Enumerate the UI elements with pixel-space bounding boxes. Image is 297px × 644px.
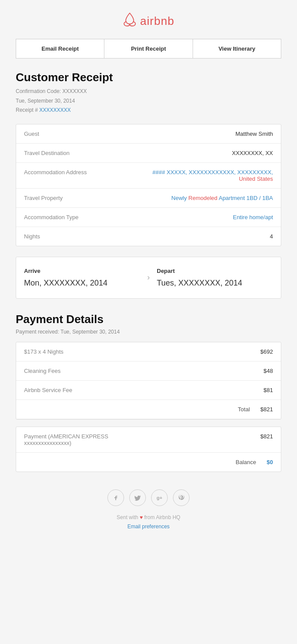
property-label: Travel Property [24,195,69,201]
property-value: Newly Remodeled Apartment 1BD / 1BA [171,195,273,201]
balance-amount: $0 [267,459,273,465]
payment-title: Payment Details [16,313,281,326]
address-value: #### XXXXX, XXXXXXXXXXXX, XXXXXXXXX, Uni… [152,169,273,182]
payment-row-cleaning: Cleaning Fees $48 [16,362,281,381]
guest-label: Guest [24,131,46,137]
table-row-address: Accommodation Address #### XXXXX, XXXXXX… [16,163,281,189]
twitter-icon[interactable] [129,489,146,506]
airbnb-logo: airbnb [123,12,174,30]
info-table: Guest Matthew Smith Travel Destination X… [16,124,281,246]
total-amount: $821 [260,406,273,413]
destination-label: Travel Destination [24,150,76,156]
pinterest-icon[interactable] [173,489,190,506]
destination-value: XXXXXXXX, XX [232,150,273,156]
heart-icon: ♥ [140,514,143,520]
table-row-destination: Travel Destination XXXXXXXX, XX [16,144,281,163]
header: airbnb [0,0,297,39]
balance-row: Balance $0 [16,453,281,472]
confirmation-label: Confirmation Code: [16,88,61,94]
guest-value: Matthew Smith [235,131,273,137]
page-wrapper: airbnb Email Receipt Print Receipt View … [0,0,297,558]
receipt-date: Tue, September 30, 2014 [16,96,281,106]
total-label: Total [238,406,250,413]
payment-row-service-fee: Airbnb Service Fee $81 [16,381,281,400]
social-icons: g+ [16,489,281,506]
service-fee-amount: $81 [263,387,273,393]
email-preferences-link[interactable]: Email preferences [16,522,281,532]
confirmation-code-line: Confirmation Code: XXXXXXX [16,87,281,96]
payment-method-amount: $821 [260,433,273,446]
dates-arrow-icon: › [140,273,157,282]
balance-label: Balance [236,459,256,465]
airbnb-logo-text: airbnb [140,14,174,28]
table-row-accommodation-type: Accommodation Type Entire home/apt [16,208,281,227]
balance-payment-row: Payment (AMERICAN EXPRESSxxxxxxxxxxxxxxx… [16,427,281,453]
airbnb-logo-icon [123,12,137,30]
table-row-guest: Guest Matthew Smith [16,124,281,144]
table-row-nights: Nights 4 [16,227,281,246]
arrive-block: Arrive Mon, XXXXXXXX, 2014 [24,268,140,288]
payment-row-nightly: $173 x 4 Nights $692 [16,342,281,362]
receipt-number-line: Receipt # XXXXXXXXX [16,106,281,115]
accommodation-type-value: Entire home/apt [233,214,273,220]
payment-received: Payment received: Tue, September 30, 201… [16,329,281,335]
payment-total-row: Total $821 [16,400,281,419]
accommodation-type-label: Accommodation Type [24,214,86,220]
cleaning-amount: $48 [263,368,273,374]
nights-label: Nights [24,233,47,240]
payment-table: $173 x 4 Nights $692 Cleaning Fees $48 A… [16,342,281,420]
nights-value: 4 [270,233,273,240]
nightly-amount: $692 [260,348,273,355]
email-receipt-button[interactable]: Email Receipt [16,39,104,58]
confirmation-code: XXXXXXX [62,88,87,94]
footer: g+ Sent with ♥ from Airbnb HQ Email pref… [16,489,281,541]
footer-text: Sent with ♥ from Airbnb HQ Email prefere… [16,513,281,532]
nav-buttons: Email Receipt Print Receipt View Itinera… [16,39,281,59]
arrive-value: Mon, XXXXXXXX, 2014 [24,279,140,288]
table-row-property: Travel Property Newly Remodeled Apartmen… [16,189,281,208]
service-fee-label: Airbnb Service Fee [24,387,73,393]
address-label: Accommodation Address [24,169,94,176]
payment-method-label: Payment (AMERICAN EXPRESSxxxxxxxxxxxxxxx… [24,433,108,446]
google-plus-icon[interactable]: g+ [151,489,168,506]
receipt-number-link[interactable]: XXXXXXXXX [39,107,71,113]
arrive-label: Arrive [24,268,140,274]
payment-section: Payment Details Payment received: Tue, S… [16,313,281,472]
dates-card: Arrive Mon, XXXXXXXX, 2014 › Depart Tues… [16,257,281,299]
facebook-icon[interactable] [107,489,124,506]
depart-value: Tues, XXXXXXXX, 2014 [157,279,273,288]
receipt-meta: Confirmation Code: XXXXXXX Tue, Septembe… [16,87,281,115]
depart-block: Depart Tues, XXXXXXXX, 2014 [157,268,273,288]
depart-label: Depart [157,268,273,274]
print-receipt-button[interactable]: Print Receipt [104,39,193,58]
nightly-label: $173 x 4 Nights [24,348,63,355]
view-itinerary-button[interactable]: View Itinerary [193,39,281,58]
balance-table: Payment (AMERICAN EXPRESSxxxxxxxxxxxxxxx… [16,427,281,472]
cleaning-label: Cleaning Fees [24,368,61,374]
receipt-title: Customer Receipt [16,71,281,84]
receipt-number-label: Receipt # [16,107,38,113]
content: Customer Receipt Confirmation Code: XXXX… [0,71,297,541]
sent-with-text: Sent with ♥ from Airbnb HQ [117,514,180,520]
